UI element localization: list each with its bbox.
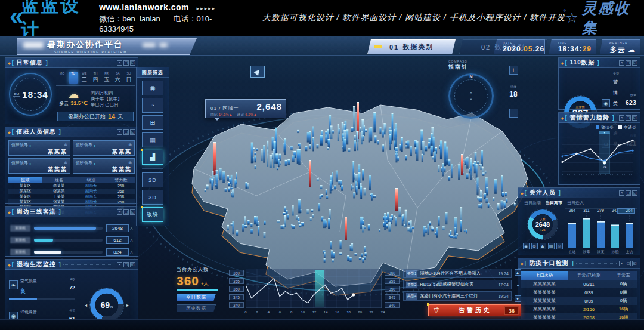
close-icon[interactable]: ×: [117, 209, 122, 215]
close-icon[interactable]: ×: [619, 115, 624, 121]
radar-icon[interactable]: ◔: [142, 98, 163, 113]
table-cell: 李某某: [42, 183, 75, 189]
mode-3d[interactable]: 3D: [142, 190, 163, 205]
popout-icon[interactable]: ▢: [123, 60, 129, 66]
close-icon[interactable]: ×: [619, 190, 624, 196]
x-axis-label: 0: [244, 310, 246, 314]
y-axis-label: 345: [229, 294, 244, 300]
compass-dial[interactable]: N ⌃⌄: [448, 73, 494, 119]
camera-icon[interactable]: ◉: [142, 81, 163, 95]
map-guide-marker[interactable]: [250, 66, 265, 78]
table-row: 某某某某某0/3110辆: [521, 280, 637, 288]
collect-link[interactable]: ☆✲ 灵感收集: [565, 0, 632, 38]
history-data-button[interactable]: 历史数据: [177, 304, 216, 312]
close-icon[interactable]: ×: [117, 129, 122, 135]
alarm-icon: ◉: [602, 99, 610, 107]
table-cell: 某某区: [8, 194, 42, 199]
legend-item: 交通类: [618, 125, 636, 131]
mode-2d[interactable]: 2D: [142, 172, 163, 187]
table-cell: 某某某某某: [521, 281, 568, 287]
duty-leader-card[interactable]: 值班领导▸⊗某某某: [8, 140, 70, 156]
close-icon[interactable]: ×: [619, 60, 624, 66]
fullscreen-icon[interactable]: ◱: [632, 261, 637, 266]
gauge-left-arrow[interactable]: ◂: [85, 303, 87, 308]
column-header[interactable]: 卡口名称: [521, 271, 568, 280]
building-icon[interactable]: ▦: [142, 132, 163, 147]
website-link[interactable]: www.lanlanwork.com ▸▸▸▸▸: [99, 2, 229, 12]
fullscreen-icon[interactable]: ◱: [130, 209, 135, 215]
region-tooltip: 01 / 区域一2,648 同比 14.1%▲ 环比 6.2%▲: [205, 99, 286, 118]
gauge-right-arrow[interactable]: ▸: [126, 303, 129, 308]
x-axis-label: 2: [256, 310, 258, 314]
eco-metric: ❧ 空气质量良 AQI72: [9, 274, 75, 300]
popout-icon[interactable]: ▢: [626, 60, 631, 66]
x-axis-label: 20: [358, 310, 362, 314]
focus-tab[interactable]: 当日迁入: [567, 200, 584, 206]
table-row: 某某区张某某副局长268: [8, 199, 135, 205]
fullscreen-icon[interactable]: ◱: [632, 60, 637, 66]
filter-dropdown[interactable]: ▾: [617, 208, 635, 214]
table-cell: 268: [107, 189, 135, 193]
y-axis-labels-right: 360355350345340: [385, 270, 400, 308]
table-header-row: 区域姓名级别警力数: [8, 177, 135, 183]
person-icon[interactable]: ♟: [540, 243, 546, 249]
today-data-button[interactable]: 今日数据: [177, 294, 216, 301]
x-axis-label: 8: [290, 310, 292, 314]
target-icon[interactable]: ⊕: [531, 243, 538, 249]
x-axis-label: 4: [268, 310, 270, 314]
fullscreen-icon[interactable]: ◱: [632, 115, 637, 121]
focus-tab[interactable]: 当日新增: [524, 200, 541, 206]
alert-item[interactable]: 类型2RD13-53烟感报警疑似火灾17:24: [403, 280, 512, 289]
focus-tab[interactable]: 当日离市: [546, 200, 562, 206]
fullscreen-icon[interactable]: ◱: [632, 190, 637, 196]
close-icon[interactable]: ×: [619, 261, 624, 266]
arrows-decoration: ▸▸▸▸▸: [196, 5, 216, 11]
table-cell: 2/156: [568, 307, 611, 312]
popout-icon[interactable]: ▢: [626, 115, 631, 121]
fullscreen-icon[interactable]: ◱: [130, 262, 135, 267]
close-icon[interactable]: ×: [117, 60, 122, 66]
popout-icon[interactable]: ▢: [123, 129, 129, 135]
alert-history-button[interactable]: ▽! 告警历史 36: [428, 304, 521, 316]
alert-item[interactable]: 类型4某路口有小汽车连闯三个红灯19:24: [403, 291, 512, 301]
weekday-cell: FR五: [102, 72, 112, 84]
scroll-up-icon[interactable]: ▲: [515, 269, 521, 276]
svg-text:涉毒: 涉毒: [583, 250, 590, 254]
popout-icon[interactable]: ▢: [626, 261, 631, 266]
fullscreen-icon[interactable]: ◱: [130, 129, 135, 135]
column-header: 级别: [75, 177, 107, 183]
bar-chart-icon[interactable]: ▟: [142, 150, 163, 165]
table-cell: 某某某某某: [521, 298, 568, 304]
building-icon[interactable]: ▤: [548, 243, 555, 249]
table-cell: 0/311: [568, 282, 611, 287]
camera-icon[interactable]: ◉: [523, 243, 530, 249]
duty-leader-card[interactable]: 值班领导▸⊗某某某: [73, 158, 135, 174]
alert-item[interactable]: 类型1湿地3-104片区有不明人员闯入19:24: [403, 269, 512, 278]
table-cell: 副局长: [75, 189, 107, 194]
monitor-icon[interactable]: ◎: [556, 243, 563, 249]
cloud-icon: ☁: [628, 45, 636, 54]
close-icon[interactable]: ×: [117, 262, 122, 267]
popout-icon[interactable]: ▢: [626, 190, 631, 196]
focus-tabs: 当日新增当日离市当日迁入: [518, 198, 640, 206]
zoom-in-button[interactable]: +: [509, 66, 518, 75]
compass-widget[interactable]: COMPASS 指南针 N ⌃⌄: [448, 60, 506, 129]
table-row: 某某某某某2/15616辆: [521, 305, 637, 313]
grid-icon[interactable]: ⊞: [142, 115, 163, 130]
x-axis-label: 16: [335, 310, 339, 314]
censored-block: [143, 43, 156, 47]
analog-clock: PM18:34: [9, 73, 52, 116]
scroll-down-icon[interactable]: ▼: [515, 295, 521, 302]
duty-leader-card[interactable]: 值班领导▸⊗某某某: [8, 158, 70, 174]
table-cell: 张某某: [42, 199, 75, 205]
table-cell: 0辆: [610, 298, 637, 304]
duty-leader-card[interactable]: 值班领导▸⊗某某某: [73, 140, 135, 156]
sparkle-star-icon: ☆✲: [565, 10, 578, 26]
zoom-out-button[interactable]: −: [509, 109, 518, 118]
popout-icon[interactable]: ▢: [123, 209, 129, 215]
fullscreen-icon[interactable]: ◱: [130, 60, 135, 66]
popout-icon[interactable]: ▢: [123, 262, 129, 267]
table-cell: 268: [107, 195, 135, 199]
x-axis-label: 18: [346, 310, 351, 314]
mode-板块[interactable]: 板块: [142, 207, 163, 222]
